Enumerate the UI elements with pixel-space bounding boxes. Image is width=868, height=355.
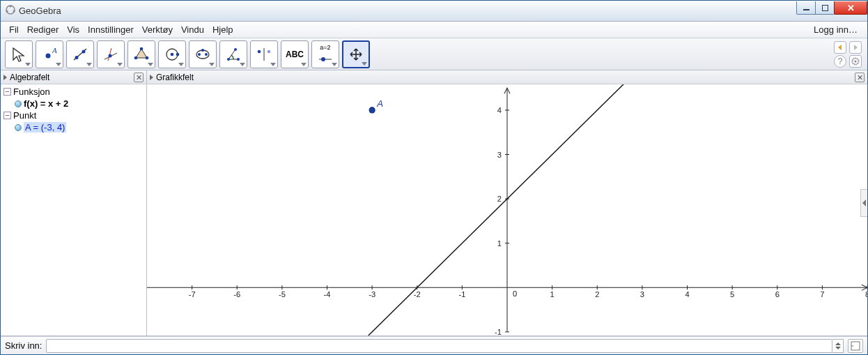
menu-verktoy[interactable]: Verktøy: [138, 23, 177, 36]
svg-point-11: [109, 54, 112, 57]
algebra-panel-header[interactable]: Algebrafelt ✕: [1, 70, 146, 84]
svg-text:-3: -3: [369, 290, 375, 299]
svg-text:2: 2: [595, 290, 599, 299]
svg-text:7: 7: [820, 290, 824, 299]
pan-tool[interactable]: [342, 40, 370, 68]
chevron-left-icon: [862, 199, 866, 206]
svg-text:6: 6: [775, 290, 780, 299]
graphics-panel-header[interactable]: Grafikkfelt ✕: [147, 70, 867, 84]
svg-text:4: 4: [685, 290, 689, 299]
line-tool[interactable]: [66, 40, 94, 68]
point-tool[interactable]: A: [36, 40, 63, 68]
menu-fil[interactable]: Fil: [5, 23, 23, 36]
svg-point-13: [140, 47, 144, 50]
tree-item-point-a[interactable]: A = (-3, 4): [15, 121, 144, 133]
close-panel-icon[interactable]: ✕: [855, 73, 865, 82]
slider-tool[interactable]: a=2: [311, 40, 339, 68]
svg-point-25: [234, 48, 237, 51]
login-link[interactable]: Logg inn…: [814, 24, 863, 35]
menu-rediger[interactable]: Rediger: [23, 23, 63, 36]
toolbar: A ABC a=2 ?: [1, 38, 867, 70]
svg-point-24: [237, 58, 240, 61]
svg-text:-7: -7: [189, 290, 196, 299]
svg-point-8: [82, 50, 86, 53]
move-tool[interactable]: [5, 40, 33, 68]
tree-group-punkt[interactable]: − Punkt: [3, 109, 144, 121]
svg-point-17: [171, 52, 174, 56]
input-label: Skriv inn:: [5, 340, 42, 351]
algebra-tree: − Funksjon f(x) = x + 2 − Punkt A = (-3,…: [1, 84, 146, 135]
menubar: Fil Rediger Vis Innstillinger Verktøy Vi…: [1, 22, 867, 38]
menu-hjelp[interactable]: Hjelp: [208, 23, 238, 36]
tree-toggle-icon[interactable]: −: [3, 112, 11, 119]
help-icon-button[interactable]: ?: [834, 55, 846, 68]
maximize-button[interactable]: [815, 1, 835, 15]
svg-text:8: 8: [865, 290, 867, 299]
close-panel-icon[interactable]: ✕: [134, 73, 144, 82]
svg-point-20: [198, 53, 201, 56]
tree-group-funksjon[interactable]: − Funksjon: [3, 86, 144, 98]
svg-point-18: [176, 52, 180, 56]
svg-point-15: [134, 56, 138, 59]
menu-innstillinger[interactable]: Innstillinger: [84, 23, 138, 36]
svg-point-27: [258, 50, 261, 53]
svg-text:5: 5: [730, 290, 734, 299]
svg-text:A: A: [52, 46, 57, 54]
titlebar[interactable]: GeoGebra ✕: [1, 1, 867, 22]
window-title: GeoGebra: [19, 6, 61, 16]
perpendicular-tool[interactable]: [97, 40, 125, 68]
svg-point-21: [205, 53, 208, 56]
ellipse-tool[interactable]: [189, 40, 217, 68]
menu-vindu[interactable]: Vindu: [177, 23, 208, 36]
svg-text:A: A: [376, 98, 383, 109]
svg-point-14: [146, 56, 149, 59]
close-button[interactable]: ✕: [834, 1, 867, 15]
svg-point-3: [13, 10, 15, 13]
svg-text:4: 4: [497, 106, 502, 114]
menu-vis[interactable]: Vis: [63, 23, 84, 36]
svg-text:3: 3: [640, 290, 644, 299]
redo-button[interactable]: [849, 41, 862, 54]
visibility-bullet-icon[interactable]: [15, 100, 22, 107]
svg-text:-1: -1: [458, 290, 465, 299]
svg-point-28: [268, 50, 271, 53]
visibility-bullet-icon[interactable]: [15, 124, 22, 131]
graphics-panel-title: Grafikkfelt: [156, 73, 194, 82]
svg-point-23: [227, 58, 230, 61]
circle-tool[interactable]: [158, 40, 186, 68]
input-help-button[interactable]: [848, 339, 863, 353]
settings-icon-button[interactable]: [849, 55, 862, 68]
tree-toggle-icon[interactable]: −: [3, 88, 11, 96]
window-buttons: ✕: [797, 1, 867, 21]
angle-tool[interactable]: [219, 40, 247, 68]
text-tool[interactable]: ABC: [281, 40, 309, 68]
svg-text:-6: -6: [233, 290, 240, 299]
svg-point-2: [6, 10, 8, 13]
algebra-panel-title: Algebrafelt: [10, 73, 49, 82]
graphics-view[interactable]: -7-6-5-4-3-2-112345678-101234A: [147, 84, 867, 335]
tree-group-label: Punkt: [13, 110, 36, 121]
svg-point-32: [855, 60, 857, 62]
svg-text:2: 2: [497, 195, 502, 203]
svg-text:-4: -4: [324, 290, 331, 299]
polygon-tool[interactable]: [127, 40, 155, 68]
command-input[interactable]: [46, 339, 832, 353]
collapse-icon: [3, 75, 7, 80]
tree-group-label: Funksjon: [13, 86, 50, 97]
svg-point-30: [321, 57, 325, 61]
input-history-toggle[interactable]: [832, 339, 844, 353]
svg-point-4: [46, 53, 51, 58]
reflect-tool[interactable]: [250, 40, 278, 68]
tree-item-function[interactable]: f(x) = x + 2: [15, 98, 144, 109]
svg-point-1: [10, 6, 12, 8]
svg-text:-1: -1: [495, 328, 502, 335]
svg-point-76: [369, 107, 375, 113]
function-definition: f(x) = x + 2: [24, 98, 68, 109]
side-panel-toggle[interactable]: [860, 189, 867, 217]
svg-text:-5: -5: [279, 290, 286, 299]
svg-text:0: 0: [513, 289, 517, 298]
point-definition: A = (-3, 4): [24, 122, 66, 133]
svg-text:3: 3: [497, 151, 502, 159]
minimize-button[interactable]: [796, 1, 816, 15]
undo-button[interactable]: [834, 41, 846, 54]
